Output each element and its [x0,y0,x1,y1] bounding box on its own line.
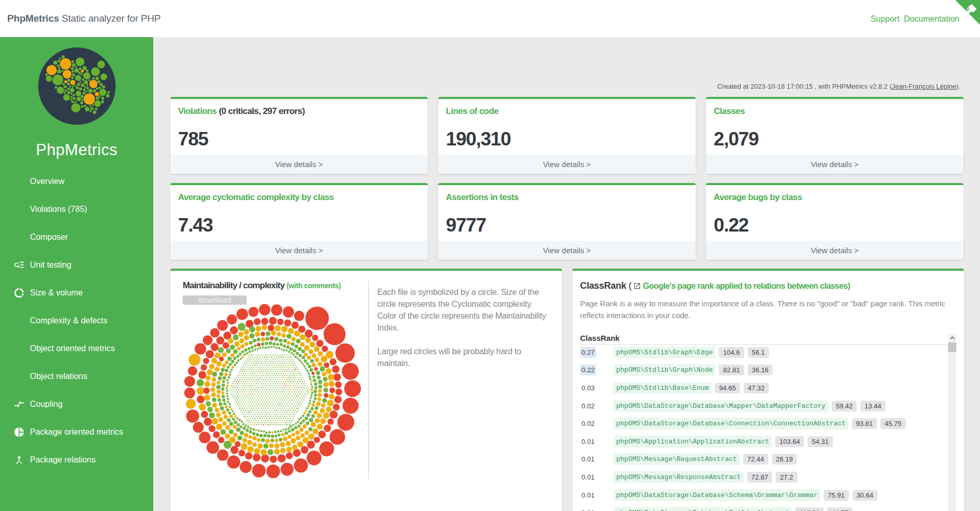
metric-badge-1: 104.6 [719,347,744,358]
classrank-row: 0.02phpOMS\DataStorage\Database\Mapper\D… [580,397,948,415]
sidebar-item-label: Object relations [30,372,87,381]
classrank-value: 0.01 [580,436,596,447]
sidebar-brand-title: PhpMetrics [0,141,153,159]
view-details-link[interactable]: View details > [706,155,963,174]
metric-badge-1: 72.44 [743,454,768,465]
classrank-panel: ClassRank (Google's page rank applied to… [572,269,964,511]
metric-value: 9777 [446,215,486,236]
metric-badge-1: 94.65 [715,383,740,393]
sidebar-item-label: Composer [30,233,68,242]
metric-card-avg-bugs-by-class: Average bugs by class 0.22 View details … [706,183,963,260]
metric-badge-1: 110.31 [795,507,824,511]
sidebar-item-object-oriented-metrics[interactable]: Object oriented metrics [0,335,153,362]
author-link[interactable]: Jean-François Lépine [892,83,956,90]
classrank-scroll-area: ClassRank 0.27phpOMS\Stdlib\Graph\Edge10… [580,334,956,511]
class-name[interactable]: phpOMS\DataStorage\Database\BuilderAbstr… [614,507,792,511]
donut-ring-icon [13,287,25,299]
class-name[interactable]: phpOMS\DataStorage\Database\Connection\C… [614,418,848,430]
class-name[interactable]: phpOMS\Application\ApplicationAbstract [614,436,772,448]
metric-badge-2: 45.75 [880,418,906,429]
classrank-rows: 0.27phpOMS\Stdlib\Graph\Edge104.656.10.2… [580,343,948,511]
sidebar-item-size-volume[interactable]: Size & volume [0,279,153,307]
sidebar-item-package-oriented-metrics[interactable]: Package oriented metrics [0,418,153,446]
sidebar-item-complexity-defects[interactable]: Complexity & defects [0,307,153,335]
metric-value: 0.22 [714,215,748,236]
metric-badge-1: 75.91 [824,490,849,501]
metric-value: 7.43 [178,215,213,236]
class-name[interactable]: phpOMS\DataStorage\Database\Schema\Gramm… [614,489,820,501]
metric-badge-1: 82.81 [719,365,744,375]
metric-badge-2: 54.31 [808,436,833,447]
class-name[interactable]: phpOMS\Message\ResponseAbstract [614,471,744,483]
sidebar-item-label: Unit testing [30,260,71,270]
view-details-link[interactable]: View details > [438,241,696,260]
merge-arrows-icon [13,454,25,466]
pagerank-info-link[interactable]: Google's page rank applied to relations … [643,282,850,290]
metric-value: 785 [178,128,208,150]
sidebar-item-label: Size & volume [30,288,83,298]
metric-badge-1: 103.64 [775,436,804,447]
view-details-link[interactable]: View details > [706,241,963,260]
sidebar-item-unit-testing[interactable]: Unit testing [0,251,153,279]
sidebar-item-object-relations[interactable]: Object relations [0,362,153,390]
sidebar-item-violations-785[interactable]: Violations (785) [0,195,153,223]
metric-badge-2: 36.16 [748,365,773,375]
sidebar: PhpMetrics Overview Violations (785) Com… [0,37,153,511]
github-corner-ribbon[interactable] [955,0,980,25]
class-name[interactable]: phpOMS\Stdlib\Graph\Node [614,364,715,376]
app-brand: PhpMetrics Static analyzer for PHP [7,13,160,24]
classrank-scrollbar[interactable] [948,334,956,511]
classrank-value: 0.01 [580,507,596,511]
metric-badge-2: 56.1 [748,347,769,358]
class-name[interactable]: phpOMS\Stdlib\Graph\Edge [614,347,715,358]
view-details-link[interactable]: View details > [170,155,428,174]
classrank-value: 0.02 [580,401,596,411]
main-content: Created at 2023-10-18 17:00:15 , with PH… [153,37,980,511]
metric-badge-2: 13.44 [860,401,886,411]
metric-badge-1: 72.87 [747,472,773,483]
metric-badge-1: 93.81 [852,418,877,429]
classrank-value: 0.01 [580,472,596,483]
sidebar-item-overview[interactable]: Overview [0,168,153,195]
vertical-divider [368,281,369,479]
sidebar-nav: Overview Violations (785) Composer Unit … [0,168,153,474]
compare-arrows-icon [13,399,25,410]
top-header: PhpMetrics Static analyzer for PHP Suppo… [0,0,980,37]
scrollbar-up-button[interactable] [948,334,956,342]
metric-cards-grid: Violations (0 criticals, 297 errors) 785… [170,97,963,260]
classrank-row: 0.01phpOMS\Message\RequestAbstract72.442… [580,451,948,469]
metric-badge-2: 47.32 [744,383,769,393]
scrollbar-thumb[interactable] [948,342,956,352]
loop-list-icon [13,259,25,271]
sidebar-item-label: Object oriented metrics [30,344,115,353]
metric-card-title: Lines of code [438,99,696,117]
created-at-line: Created at 2023-10-18 17:00:15 , with PH… [717,83,960,90]
class-name[interactable]: phpOMS\DataStorage\Database\Mapper\DataM… [614,400,828,412]
class-name[interactable]: phpOMS\Stdlib\Base\Enum [614,382,711,394]
sidebar-item-label: Violations (785) [30,205,87,214]
classrank-row: 0.01phpOMS\Application\ApplicationAbstra… [580,433,948,451]
classrank-value: 0.01 [580,490,596,501]
metric-value: 190,310 [446,128,510,150]
sidebar-item-coupling[interactable]: Coupling [0,390,153,418]
documentation-link[interactable]: Documentation [904,14,959,23]
metric-badge-2: 26.19 [772,454,797,465]
support-link[interactable]: Support [871,14,899,23]
classrank-value: 0.03 [580,383,596,393]
sidebar-item-package-relations[interactable]: Package relations [0,446,153,474]
sidebar-item-label: Coupling [30,400,62,409]
sidebar-item-label: Package relations [30,455,95,465]
class-name[interactable]: phpOMS\Message\RequestAbstract [614,453,740,465]
pie-chart-icon [13,426,25,438]
view-details-link[interactable]: View details > [170,241,428,260]
metric-badge-2: 30.64 [853,490,878,501]
maintainability-bubble-chart [178,300,374,482]
view-details-link[interactable]: View details > [438,155,696,174]
sidebar-item-composer[interactable]: Composer [0,223,153,251]
metric-badge-2: 27.2 [776,472,797,483]
maintainability-description: Each file is symbolized by a circle. Siz… [377,286,550,369]
metric-card-assertions-in-tests: Assertions in tests 9777 View details > [438,183,696,260]
metric-badge-2: 41.57 [827,507,853,511]
classrank-value: 0.01 [580,454,596,465]
classrank-row: 0.22phpOMS\Stdlib\Graph\Node82.8136.16 [580,361,948,380]
